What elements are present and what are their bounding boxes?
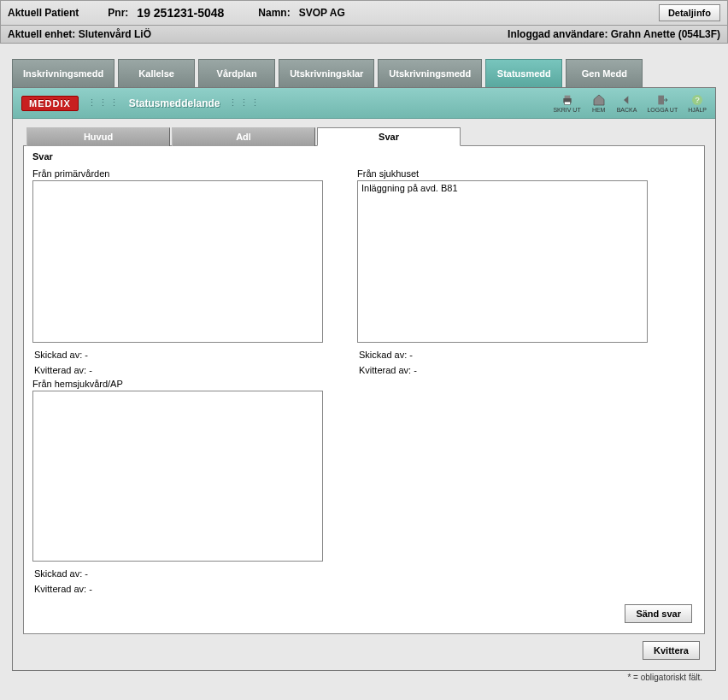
pnr-value: 19 251231-5048 [137, 6, 224, 20]
hemsjukvard-textarea[interactable] [32, 391, 323, 562]
sub-tab-huvud[interactable]: Huvud [26, 127, 170, 146]
pnr-label: Pnr: [108, 7, 128, 19]
nav-tab-inskrivningsmedd[interactable]: Inskrivningsmedd [12, 59, 114, 87]
print-icon[interactable]: SKRIV UT [553, 93, 580, 113]
nav-tab-gen medd[interactable]: Gen Medd [566, 59, 643, 87]
footnote: * = obligatoriskt fält. [12, 671, 716, 682]
hemsjukvard-kvitterad: Kvitterad av: - [34, 584, 340, 594]
main-panel: MEDDIX ⋮⋮⋮ Statusmeddelande ⋮⋮⋮ SKRIV UT… [12, 87, 716, 671]
inloggad-value: Grahn Anette (054L3F) [611, 28, 720, 40]
help-icon[interactable]: ?HJÄLP [688, 93, 707, 113]
back-icon[interactable]: BACKA [617, 93, 637, 113]
toolbar: MEDDIX ⋮⋮⋮ Statusmeddelande ⋮⋮⋮ SKRIV UT… [13, 88, 715, 119]
nav-tab-kallelse[interactable]: Kallelse [118, 59, 195, 87]
sjukhuset-kvitterad: Kvitterad av: - [359, 365, 665, 375]
svar-form: Svar Från primärvården Skickad av: - Kvi… [23, 145, 705, 634]
section-title: Svar [32, 151, 696, 162]
sub-tab-svar[interactable]: Svar [317, 127, 461, 146]
namn-value: SVOP AG [299, 7, 345, 19]
primarvarden-textarea[interactable] [32, 180, 323, 343]
nav-tab-utskrivningsklar[interactable]: Utskrivningsklar [279, 59, 374, 87]
nav-tab-utskrivningsmedd[interactable]: Utskrivningsmedd [378, 59, 482, 87]
send-svar-button[interactable]: Sänd svar [625, 604, 692, 623]
aktuell-patient-label: Aktuell Patient [8, 7, 79, 19]
toolbar-title: Statusmeddelande [129, 97, 220, 109]
unit-header: Aktuell enhet: Slutenvård LiÖ Inloggad a… [0, 26, 728, 44]
svg-text:?: ? [695, 96, 699, 104]
sjukhuset-skickad: Skickad av: - [359, 350, 665, 360]
toolbar-dots: ⋮⋮⋮ [87, 97, 120, 109]
kvittera-button[interactable]: Kvittera [643, 641, 700, 660]
nav-tab-statusmedd[interactable]: Statusmedd [485, 59, 562, 87]
sub-tabs: HuvudAdlSvar [26, 127, 705, 146]
logout-icon[interactable]: LOGGA UT [647, 93, 678, 113]
detaljinfo-button[interactable]: Detaljinfo [659, 4, 720, 21]
aktuell-enhet-label: Aktuell enhet: [8, 28, 75, 40]
primarvarden-kvitterad: Kvitterad av: - [34, 365, 340, 375]
main-nav: InskrivningsmeddKallelseVårdplanUtskrivn… [12, 59, 716, 87]
hemsjukvard-label: Från hemsjukvård/AP [32, 379, 340, 389]
svg-rect-1 [564, 96, 570, 98]
sjukhuset-label: Från sjukhuset [357, 168, 665, 179]
sjukhuset-textarea[interactable] [357, 180, 648, 343]
sub-tab-adl[interactable]: Adl [172, 127, 315, 146]
inloggad-label: Inloggad användare: [508, 28, 608, 40]
home-icon[interactable]: HEM [591, 93, 607, 113]
aktuell-enhet-value: Slutenvård LiÖ [79, 28, 151, 40]
primarvarden-skickad: Skickad av: - [34, 350, 340, 360]
brand-logo: MEDDIX [21, 96, 79, 111]
namn-label: Namn: [258, 7, 290, 19]
nav-tab-vårdplan[interactable]: Vårdplan [198, 59, 275, 87]
patient-header: Aktuell Patient Pnr: 19 251231-5048 Namn… [0, 0, 728, 26]
primarvarden-label: Från primärvården [32, 168, 340, 179]
toolbar-dots-2: ⋮⋮⋮ [228, 97, 261, 109]
svg-rect-2 [564, 102, 570, 104]
svg-rect-3 [659, 96, 665, 105]
hemsjukvard-skickad: Skickad av: - [34, 568, 340, 579]
